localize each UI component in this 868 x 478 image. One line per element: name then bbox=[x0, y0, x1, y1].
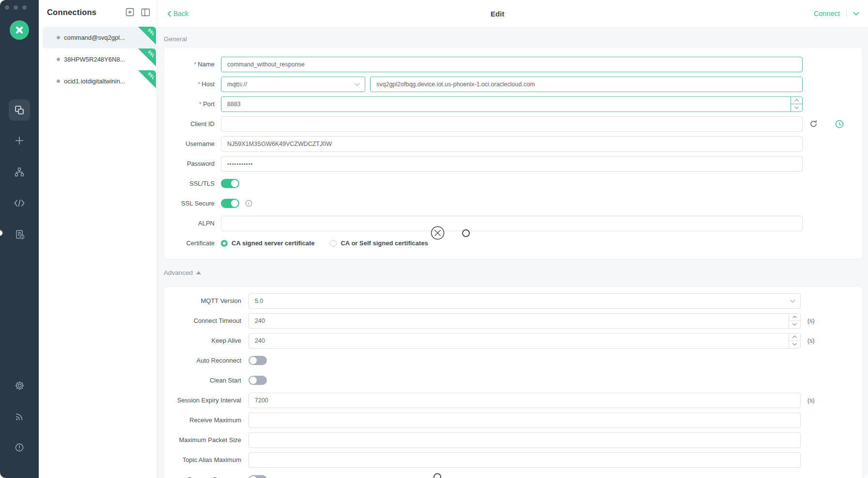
chevron-down-icon bbox=[853, 12, 859, 16]
radio-ca-signed[interactable]: CA signed server certificate bbox=[221, 239, 314, 247]
ssl-tls-toggle[interactable] bbox=[221, 179, 239, 188]
client-id-label: Client ID bbox=[172, 120, 215, 127]
step-down-icon[interactable] bbox=[789, 321, 800, 328]
host-protocol-select[interactable]: mqtts:// bbox=[221, 77, 365, 92]
step-down-icon[interactable] bbox=[789, 341, 800, 348]
mqtt-version-label: MQTT Version bbox=[172, 297, 241, 304]
status-dot bbox=[57, 58, 60, 61]
maximum-packet-size-label: Maximum Packet Size bbox=[172, 436, 241, 444]
topic-alias-maximum-input[interactable] bbox=[248, 452, 801, 468]
connect-timeout-stepper[interactable] bbox=[789, 314, 800, 328]
host-address-input[interactable] bbox=[370, 77, 803, 92]
refresh-client-id-icon[interactable] bbox=[809, 120, 818, 128]
connection-item[interactable]: 38HPW5R248Y6N8... SSL bbox=[43, 48, 156, 70]
advanced-card: MQTT Version 5.0 Connect Timeout bbox=[164, 287, 863, 478]
maximum-packet-size-input[interactable] bbox=[248, 432, 801, 448]
window-traffic-lights[interactable] bbox=[5, 5, 27, 10]
page-title: Edit bbox=[491, 10, 504, 18]
username-label: Username bbox=[172, 140, 215, 147]
alpn-input[interactable] bbox=[221, 216, 803, 231]
step-down-icon[interactable] bbox=[791, 104, 802, 112]
client-id-input[interactable] bbox=[221, 116, 803, 132]
connections-panel: Connections command@svq2gpl... SSL bbox=[39, 0, 157, 478]
radio-dot bbox=[221, 240, 228, 247]
step-up-icon[interactable] bbox=[789, 334, 800, 341]
keep-alive-input[interactable] bbox=[248, 333, 801, 349]
topbar: Back Edit Connect bbox=[157, 0, 868, 28]
keep-alive-stepper[interactable] bbox=[789, 334, 800, 348]
chevron-down-icon bbox=[790, 298, 795, 304]
connection-item[interactable]: command@svq2gpl... SSL bbox=[43, 27, 156, 48]
general-card: *Name *Host mqtts:// *Port bbox=[164, 47, 863, 259]
request-response-label: Request Response bbox=[172, 476, 241, 478]
radio-dot bbox=[330, 240, 337, 247]
back-button[interactable]: Back bbox=[167, 10, 188, 17]
clean-start-label: Clean Start bbox=[172, 377, 241, 384]
collapse-triangle-icon bbox=[196, 271, 201, 274]
settings-icon[interactable] bbox=[9, 375, 30, 396]
timestamp-clock-icon[interactable] bbox=[835, 120, 844, 128]
step-up-icon[interactable] bbox=[789, 314, 800, 321]
divider bbox=[846, 10, 847, 17]
auto-reconnect-label: Auto Reconnect bbox=[172, 357, 241, 364]
connect-button[interactable]: Connect bbox=[814, 10, 840, 17]
new-connection-icon[interactable] bbox=[9, 130, 30, 151]
connection-name: command@svq2gpl... bbox=[64, 34, 125, 41]
name-input[interactable] bbox=[221, 57, 803, 72]
advanced-section-toggle[interactable]: Advanced bbox=[164, 268, 863, 277]
connect-dropdown-caret[interactable] bbox=[853, 12, 859, 16]
topic-alias-maximum-label: Topic Alias Maximum bbox=[172, 456, 241, 463]
connection-item[interactable]: ocid1.iotdigitaltwinin... SSL bbox=[43, 70, 156, 92]
chevron-left-icon bbox=[167, 11, 171, 17]
status-dot bbox=[57, 36, 60, 39]
port-label: *Port bbox=[172, 100, 215, 108]
certificate-label: Certificate bbox=[172, 239, 215, 247]
port-stepper[interactable] bbox=[790, 97, 802, 112]
request-response-toggle[interactable] bbox=[248, 475, 267, 478]
ssl-secure-label: SSL Secure bbox=[172, 200, 215, 207]
new-connection-icon[interactable] bbox=[125, 7, 135, 17]
ssl-secure-toggle[interactable] bbox=[221, 199, 239, 208]
connect-timeout-label: Connect Timeout bbox=[172, 317, 241, 324]
seconds-unit: (s) bbox=[807, 397, 815, 404]
password-input[interactable] bbox=[221, 156, 803, 172]
script-icon[interactable] bbox=[9, 192, 30, 214]
alpn-label: ALPN bbox=[172, 220, 215, 227]
about-icon[interactable] bbox=[9, 437, 30, 458]
maximize-window-button[interactable] bbox=[22, 5, 27, 10]
info-icon[interactable] bbox=[245, 200, 252, 207]
seconds-unit: (s) bbox=[807, 318, 815, 324]
form-content: General *Name *Host mqtts:// bbox=[157, 28, 868, 478]
receive-maximum-label: Receive Maximum bbox=[172, 416, 241, 424]
chevron-down-icon bbox=[355, 81, 360, 88]
connection-list: command@svq2gpl... SSL 38HPW5R248Y6N8...… bbox=[39, 24, 157, 92]
receive-maximum-input[interactable] bbox=[248, 413, 801, 428]
collapse-panel-icon[interactable] bbox=[140, 7, 150, 17]
broadcast-icon[interactable] bbox=[9, 406, 30, 427]
radio-self-signed[interactable]: CA or Self signed certificates bbox=[330, 239, 428, 247]
auto-reconnect-toggle[interactable] bbox=[248, 356, 267, 365]
port-input[interactable] bbox=[221, 96, 803, 112]
seconds-unit: (s) bbox=[807, 337, 815, 344]
connection-name: ocid1.iotdigitaltwinin... bbox=[64, 78, 125, 85]
log-icon[interactable] bbox=[9, 223, 30, 245]
session-expiry-input[interactable] bbox=[248, 393, 801, 408]
general-section-toggle[interactable]: General bbox=[164, 34, 863, 43]
name-label: *Name bbox=[172, 61, 215, 68]
ssl-tls-label: SSL/TLS bbox=[172, 180, 215, 187]
edit-connection-view: Back Edit Connect General *Name bbox=[157, 0, 868, 478]
host-label: *Host bbox=[172, 80, 215, 88]
mqtt-version-select[interactable]: 5.0 bbox=[248, 293, 801, 309]
keep-alive-label: Keep Alive bbox=[172, 337, 241, 344]
connections-title: Connections bbox=[47, 8, 119, 17]
connect-timeout-input[interactable] bbox=[248, 313, 801, 329]
clean-start-toggle[interactable] bbox=[248, 376, 267, 385]
step-up-icon[interactable] bbox=[791, 97, 802, 105]
status-dot bbox=[57, 80, 60, 83]
close-window-button[interactable] bbox=[5, 5, 9, 10]
minimize-window-button[interactable] bbox=[14, 5, 18, 10]
session-expiry-label: Session Expiry Interval bbox=[172, 397, 241, 404]
connections-icon[interactable] bbox=[9, 99, 30, 121]
username-input[interactable] bbox=[221, 136, 803, 152]
sitemap-icon[interactable] bbox=[9, 161, 30, 183]
